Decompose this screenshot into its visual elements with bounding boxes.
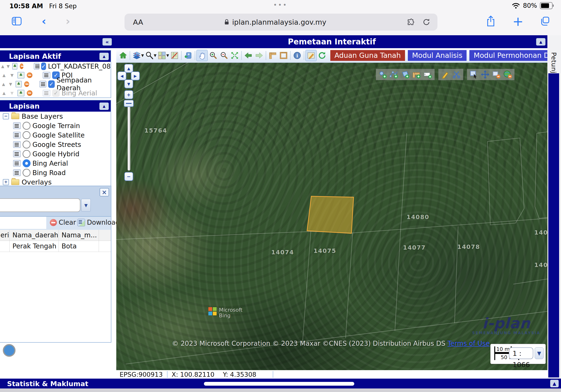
header-collapse-button[interactable] <box>536 38 546 46</box>
zoom-in-map-button[interactable] <box>124 90 133 99</box>
sidebar-toggle-button[interactable] <box>10 14 23 28</box>
tabs-button[interactable] <box>539 14 551 28</box>
previous-extent-button[interactable] <box>243 50 254 61</box>
base-layer-radio[interactable] <box>22 169 31 177</box>
extensions-icon[interactable] <box>407 18 414 26</box>
move-feature-icon[interactable] <box>481 70 489 79</box>
remove-layer-icon[interactable] <box>24 81 29 87</box>
layers-tool-button[interactable] <box>131 50 142 61</box>
chevron-down-icon[interactable] <box>166 53 169 58</box>
zoom-to-layer-icon[interactable]: ♣ <box>12 63 17 70</box>
layer-select-dropdown-button[interactable] <box>81 199 91 211</box>
clear-map-icon[interactable] <box>503 70 512 79</box>
move-up-icon[interactable] <box>0 91 8 95</box>
move-down-icon[interactable] <box>8 91 16 95</box>
bottom-bar-title[interactable]: Statistik & Maklumat <box>7 380 88 388</box>
legend-icon[interactable] <box>13 151 21 157</box>
base-layer-radio[interactable] <box>22 141 31 149</box>
overlays-group[interactable]: Overlays <box>0 177 111 187</box>
terms-of-use-link[interactable]: Terms of Use <box>448 340 490 347</box>
expand-group-icon[interactable] <box>3 179 9 185</box>
refresh-button[interactable] <box>317 50 327 61</box>
layers-panel-collapse-button[interactable] <box>99 102 109 110</box>
move-up-icon[interactable] <box>0 82 7 87</box>
column-header[interactable]: Nama_m... <box>59 230 99 241</box>
back-button[interactable] <box>38 14 50 28</box>
zoom-slider-handle[interactable] <box>124 100 134 107</box>
bottom-expand-button[interactable] <box>550 380 559 387</box>
legend-icon[interactable] <box>34 63 39 70</box>
module-button-aduan[interactable]: Aduan Guna Tanah <box>330 50 405 61</box>
filter-input[interactable] <box>0 217 46 229</box>
legend-icon[interactable] <box>13 122 21 129</box>
legend-icon[interactable] <box>13 141 21 148</box>
chevron-down-icon[interactable] <box>141 53 144 58</box>
pan-down-button[interactable] <box>124 79 133 88</box>
reader-button[interactable]: AA <box>133 18 143 26</box>
legend-map-button[interactable] <box>169 50 180 61</box>
base-layer-option[interactable]: Google Satellite <box>0 131 111 140</box>
close-icon[interactable] <box>100 188 109 196</box>
add-polygon-icon[interactable] <box>401 70 410 79</box>
base-layers-group[interactable]: Base Layers <box>0 112 111 121</box>
export-button[interactable] <box>183 50 194 61</box>
legend-icon[interactable] <box>40 81 46 87</box>
remove-layer-icon[interactable] <box>27 90 32 96</box>
basemap-gallery-button[interactable] <box>156 50 167 61</box>
chevron-down-icon[interactable] <box>154 53 157 58</box>
selected-parcel[interactable] <box>307 196 354 233</box>
measure-area-button[interactable] <box>278 50 289 61</box>
search-tool-button[interactable] <box>144 50 155 61</box>
zoom-to-layer-icon[interactable]: ♣ <box>17 72 24 78</box>
clear-button[interactable]: Clear <box>50 218 76 226</box>
new-tab-button[interactable] <box>512 14 524 28</box>
remove-layer-icon[interactable] <box>27 72 32 78</box>
legend-icon[interactable] <box>13 132 21 138</box>
table-row[interactable]: Perak Tengah Bota <box>0 241 111 252</box>
scale-select[interactable]: 1 : 1066 <box>509 347 533 359</box>
column-header[interactable]: eri <box>0 230 10 241</box>
zoom-slider-track[interactable] <box>128 104 130 171</box>
identify-tool-button[interactable] <box>305 50 317 61</box>
pan-tool-button[interactable] <box>196 50 208 61</box>
add-label-icon[interactable] <box>424 70 432 79</box>
remove-selection-icon[interactable] <box>492 70 501 79</box>
home-button[interactable] <box>118 50 129 61</box>
forward-button[interactable] <box>62 14 74 28</box>
add-point-icon[interactable] <box>378 70 387 79</box>
base-layer-option[interactable]: Bing Aerial <box>0 159 111 168</box>
collapse-group-icon[interactable] <box>3 113 9 120</box>
base-layer-radio-selected[interactable] <box>22 159 31 167</box>
zoom-in-button[interactable] <box>208 50 218 61</box>
zoom-out-button[interactable] <box>218 50 229 61</box>
select-feature-icon[interactable] <box>470 70 478 79</box>
base-layer-option[interactable]: Google Hybrid <box>0 149 111 159</box>
legend-icon[interactable] <box>13 169 21 176</box>
base-layer-radio[interactable] <box>22 131 31 139</box>
layer-select-input[interactable] <box>0 198 80 212</box>
edit-pencil-icon[interactable] <box>441 70 449 79</box>
sidebar-collapse-button[interactable] <box>102 38 112 46</box>
legend-icon[interactable] <box>13 160 21 167</box>
horizontal-scrollbar[interactable] <box>204 382 354 386</box>
base-layer-option[interactable]: Bing Road <box>0 168 111 177</box>
base-layer-radio[interactable] <box>22 122 31 130</box>
reload-icon[interactable] <box>422 18 430 26</box>
zoom-to-layer-icon[interactable]: ♣ <box>17 90 24 96</box>
module-button-analisis[interactable]: Modul Analisis <box>408 50 466 61</box>
layer-checkbox[interactable] <box>48 80 55 88</box>
measure-length-button[interactable] <box>267 50 278 61</box>
cut-scissors-icon[interactable] <box>452 70 461 79</box>
column-header[interactable]: Nama_daerah <box>10 230 59 241</box>
remove-layer-icon[interactable] <box>20 64 23 69</box>
pan-left-button[interactable] <box>118 71 126 80</box>
info-button[interactable]: i <box>292 50 302 61</box>
url-bar[interactable]: AA iplan.planmalaysia.gov.my <box>125 14 437 31</box>
next-extent-button[interactable] <box>254 50 265 61</box>
base-layer-option[interactable]: Google Terrain <box>0 121 111 131</box>
share-button[interactable] <box>485 14 497 28</box>
map-viewport[interactable]: 15764 14080 14074 14075 14077 14078 1408… <box>116 63 547 370</box>
scale-select-chevron-icon[interactable] <box>535 347 544 359</box>
move-down-icon[interactable] <box>7 82 14 87</box>
legend-icon[interactable] <box>43 72 50 78</box>
